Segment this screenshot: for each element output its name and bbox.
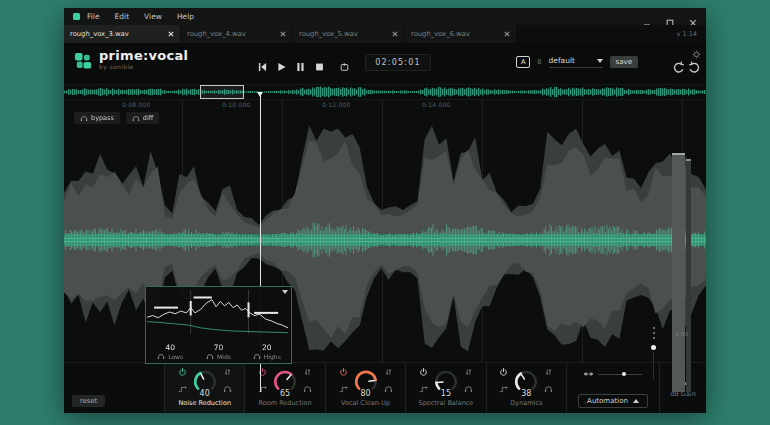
tab-close-icon[interactable] <box>392 31 398 37</box>
horizontal-arrows-icon <box>584 371 593 377</box>
module-automation-icon[interactable] <box>339 385 348 393</box>
tab-label: rough_vox_3.wav <box>70 30 129 38</box>
overview-strip[interactable] <box>64 85 706 99</box>
module-noise-reduction: 40 Noise Reduction <box>164 363 244 413</box>
band-label: Lows <box>168 353 183 360</box>
band-mids: 70 Mids <box>194 343 242 360</box>
stop-button[interactable] <box>315 57 324 76</box>
module-settings-sliders-icon[interactable] <box>464 368 473 376</box>
horizontal-zoom-slider[interactable] <box>584 371 642 377</box>
pause-button[interactable] <box>296 57 305 76</box>
version-label: v 1.14 <box>677 30 706 38</box>
module-headphones-icon[interactable] <box>544 385 553 393</box>
meter-scale-mark: 0 dB <box>670 331 694 337</box>
ab-compare-b-button[interactable]: B <box>537 58 541 66</box>
menu-bar: File Edit View Help <box>87 12 194 21</box>
headphones-icon <box>80 115 88 122</box>
module-vocal-clean-up: 80 Vocal Clean-Up <box>325 363 405 413</box>
gain-meter-bar-secondary <box>686 159 691 392</box>
gain-meter-bar[interactable] <box>672 153 685 392</box>
headphones-icon[interactable] <box>157 353 165 360</box>
timeline-label: 0:14.000 <box>422 101 450 108</box>
tab-file-3[interactable]: rough_vox_5.wav <box>293 25 405 43</box>
modules: 40 Noise Reduction <box>164 363 566 413</box>
loop-button[interactable] <box>340 57 349 76</box>
chevron-up-icon <box>633 399 639 403</box>
headphones-icon[interactable] <box>206 353 214 360</box>
headphones-icon <box>132 115 140 122</box>
module-settings-sliders-icon[interactable] <box>544 368 553 376</box>
settings-gear-icon[interactable] <box>692 44 701 63</box>
tab-file-1[interactable]: rough_vox_3.wav <box>64 25 181 43</box>
app-window: File Edit View Help rough_vox_3.wav roug… <box>64 8 706 410</box>
module-power-button[interactable] <box>419 368 428 376</box>
bypass-monitor-button[interactable]: bypass <box>74 112 120 124</box>
band-value[interactable]: 70 <box>194 343 242 352</box>
tab-file-4[interactable]: rough_vox_6.wav <box>405 25 517 43</box>
menu-view[interactable]: View <box>144 12 162 21</box>
skip-to-start-button[interactable] <box>258 57 267 76</box>
tab-close-icon[interactable] <box>280 31 286 37</box>
module-settings-sliders-icon[interactable] <box>303 368 312 376</box>
sonible-logo-icon <box>74 51 93 70</box>
monitor-buttons: bypass diff <box>74 112 159 124</box>
timeline-label: 0:10.000 <box>222 101 250 108</box>
module-power-button[interactable] <box>499 368 508 376</box>
band-value[interactable]: 20 <box>243 343 291 352</box>
ab-compare-a-button[interactable]: A <box>516 56 530 68</box>
module-label: Spectral Balance <box>419 399 474 407</box>
save-preset-button[interactable]: save <box>610 56 638 68</box>
diff-label: diff <box>143 114 153 122</box>
tab-close-icon[interactable] <box>168 31 174 37</box>
preset-controls: A B default save <box>516 56 638 68</box>
module-label: Noise Reduction <box>178 399 231 407</box>
preset-selected-value: default <box>549 56 575 65</box>
module-power-button[interactable] <box>178 368 187 376</box>
app-subtitle: by sonible <box>99 63 188 70</box>
tab-label: rough_vox_4.wav <box>187 30 246 38</box>
module-automation-icon[interactable] <box>499 385 508 393</box>
horizontal-zoom-handle[interactable] <box>622 372 626 376</box>
automation-column: Automation <box>566 363 659 413</box>
tab-close-icon[interactable] <box>504 31 510 37</box>
overview-waveform[interactable] <box>64 85 706 99</box>
module-power-button[interactable] <box>339 368 348 376</box>
panel-collapse-icon[interactable] <box>282 290 288 294</box>
desktop: { "titlebar": { "menu_items": ["File", "… <box>0 0 770 425</box>
band-label: Highs <box>264 353 281 360</box>
band-lows: 40 Lows <box>146 343 194 360</box>
module-headphones-icon[interactable] <box>384 385 393 393</box>
spectral-balance-panel: 40 Lows 70 Mids 20 Highs <box>145 286 292 364</box>
module-settings-sliders-icon[interactable] <box>223 368 232 376</box>
preset-dropdown[interactable]: default <box>549 56 603 68</box>
module-automation-icon[interactable] <box>178 385 187 393</box>
reset-button[interactable]: reset <box>72 395 105 407</box>
app-icon <box>73 13 80 20</box>
module-headphones-icon[interactable] <box>223 385 232 393</box>
vertical-zoom-slider[interactable] <box>649 324 658 394</box>
module-settings-sliders-icon[interactable] <box>384 368 393 376</box>
headphones-icon[interactable] <box>253 353 261 360</box>
module-value: 40 <box>200 389 210 398</box>
tab-file-2[interactable]: rough_vox_4.wav <box>181 25 293 43</box>
titlebar: File Edit View Help <box>64 8 706 25</box>
menu-help[interactable]: Help <box>177 12 194 21</box>
module-label: Vocal Clean-Up <box>341 399 390 407</box>
module-automation-icon[interactable] <box>419 385 428 393</box>
gain-fader[interactable]: 0 dB <box>672 153 692 392</box>
automation-label: Automation <box>587 397 628 405</box>
menu-file[interactable]: File <box>87 12 100 21</box>
vertical-zoom-handle[interactable] <box>651 345 656 350</box>
timeline-label: 0:12.000 <box>322 101 350 108</box>
automation-button[interactable]: Automation <box>578 394 648 408</box>
module-headphones-icon[interactable] <box>303 385 312 393</box>
module-headphones-icon[interactable] <box>464 385 473 393</box>
diff-monitor-button[interactable]: diff <box>126 112 159 124</box>
band-value[interactable]: 40 <box>146 343 194 352</box>
spectrum-display[interactable] <box>147 290 288 334</box>
overview-selection[interactable] <box>200 85 244 99</box>
undo-button[interactable] <box>672 58 685 77</box>
play-button[interactable] <box>277 57 286 76</box>
tab-label: rough_vox_5.wav <box>299 30 358 38</box>
menu-edit[interactable]: Edit <box>115 12 130 21</box>
